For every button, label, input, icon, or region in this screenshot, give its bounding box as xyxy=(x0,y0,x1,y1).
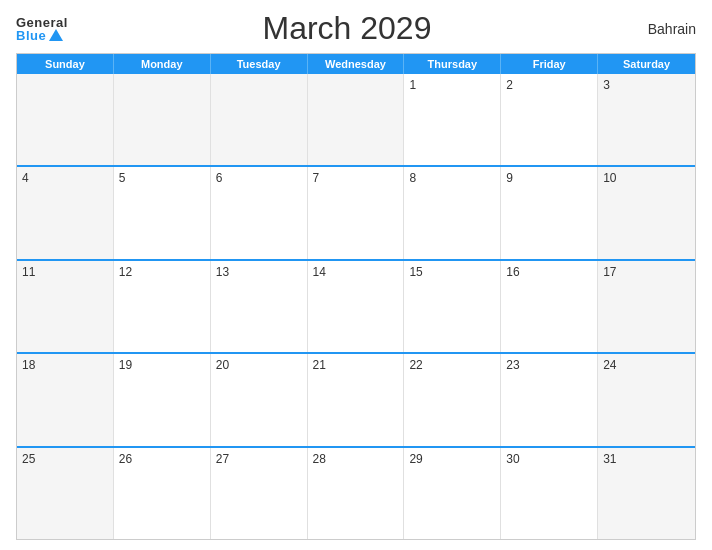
day-number: 29 xyxy=(409,452,422,466)
day-cell: 27 xyxy=(211,448,308,539)
day-number: 10 xyxy=(603,171,616,185)
calendar-grid: Sunday Monday Tuesday Wednesday Thursday… xyxy=(16,53,696,540)
logo-general-text: General xyxy=(16,16,68,29)
country-label: Bahrain xyxy=(626,21,696,37)
day-cell: 3 xyxy=(598,74,695,165)
day-number: 27 xyxy=(216,452,229,466)
calendar-title: March 2029 xyxy=(68,10,626,47)
day-cell: 24 xyxy=(598,354,695,445)
day-number: 4 xyxy=(22,171,29,185)
day-number: 15 xyxy=(409,265,422,279)
header: General Blue March 2029 Bahrain xyxy=(16,10,696,47)
day-header-saturday: Saturday xyxy=(598,54,695,74)
day-cell xyxy=(114,74,211,165)
day-header-tuesday: Tuesday xyxy=(211,54,308,74)
day-cell: 8 xyxy=(404,167,501,258)
day-number: 9 xyxy=(506,171,513,185)
day-cell: 1 xyxy=(404,74,501,165)
day-number: 12 xyxy=(119,265,132,279)
day-number: 28 xyxy=(313,452,326,466)
day-number: 13 xyxy=(216,265,229,279)
days-header-row: Sunday Monday Tuesday Wednesday Thursday… xyxy=(17,54,695,74)
day-header-thursday: Thursday xyxy=(404,54,501,74)
day-number: 26 xyxy=(119,452,132,466)
day-header-wednesday: Wednesday xyxy=(308,54,405,74)
weeks-container: 1234567891011121314151617181920212223242… xyxy=(17,74,695,539)
day-number: 31 xyxy=(603,452,616,466)
day-cell: 25 xyxy=(17,448,114,539)
day-number: 7 xyxy=(313,171,320,185)
day-cell xyxy=(17,74,114,165)
day-cell: 21 xyxy=(308,354,405,445)
week-row-1: 123 xyxy=(17,74,695,165)
calendar-page: General Blue March 2029 Bahrain Sunday M… xyxy=(0,0,712,550)
week-row-4: 18192021222324 xyxy=(17,352,695,445)
day-cell: 9 xyxy=(501,167,598,258)
day-number: 3 xyxy=(603,78,610,92)
day-cell xyxy=(211,74,308,165)
day-cell: 4 xyxy=(17,167,114,258)
day-cell: 31 xyxy=(598,448,695,539)
day-cell: 5 xyxy=(114,167,211,258)
day-number: 30 xyxy=(506,452,519,466)
day-number: 1 xyxy=(409,78,416,92)
day-cell: 16 xyxy=(501,261,598,352)
day-cell: 13 xyxy=(211,261,308,352)
day-header-friday: Friday xyxy=(501,54,598,74)
day-cell: 23 xyxy=(501,354,598,445)
day-cell: 11 xyxy=(17,261,114,352)
day-cell: 14 xyxy=(308,261,405,352)
day-cell: 20 xyxy=(211,354,308,445)
day-number: 20 xyxy=(216,358,229,372)
day-number: 17 xyxy=(603,265,616,279)
day-number: 24 xyxy=(603,358,616,372)
day-cell: 26 xyxy=(114,448,211,539)
day-cell: 6 xyxy=(211,167,308,258)
logo-triangle-icon xyxy=(49,29,63,41)
day-cell xyxy=(308,74,405,165)
day-cell: 29 xyxy=(404,448,501,539)
week-row-5: 25262728293031 xyxy=(17,446,695,539)
day-number: 14 xyxy=(313,265,326,279)
day-number: 2 xyxy=(506,78,513,92)
day-number: 21 xyxy=(313,358,326,372)
day-header-monday: Monday xyxy=(114,54,211,74)
day-number: 16 xyxy=(506,265,519,279)
day-number: 19 xyxy=(119,358,132,372)
day-number: 6 xyxy=(216,171,223,185)
week-row-2: 45678910 xyxy=(17,165,695,258)
day-number: 5 xyxy=(119,171,126,185)
day-cell: 10 xyxy=(598,167,695,258)
day-cell: 17 xyxy=(598,261,695,352)
day-number: 23 xyxy=(506,358,519,372)
week-row-3: 11121314151617 xyxy=(17,259,695,352)
day-number: 8 xyxy=(409,171,416,185)
day-number: 18 xyxy=(22,358,35,372)
day-cell: 18 xyxy=(17,354,114,445)
day-cell: 28 xyxy=(308,448,405,539)
day-cell: 15 xyxy=(404,261,501,352)
day-cell: 19 xyxy=(114,354,211,445)
day-cell: 22 xyxy=(404,354,501,445)
day-cell: 12 xyxy=(114,261,211,352)
day-header-sunday: Sunday xyxy=(17,54,114,74)
logo-blue-text: Blue xyxy=(16,29,63,42)
day-cell: 30 xyxy=(501,448,598,539)
day-cell: 2 xyxy=(501,74,598,165)
logo: General Blue xyxy=(16,16,68,42)
day-cell: 7 xyxy=(308,167,405,258)
day-number: 11 xyxy=(22,265,35,279)
day-number: 22 xyxy=(409,358,422,372)
day-number: 25 xyxy=(22,452,35,466)
